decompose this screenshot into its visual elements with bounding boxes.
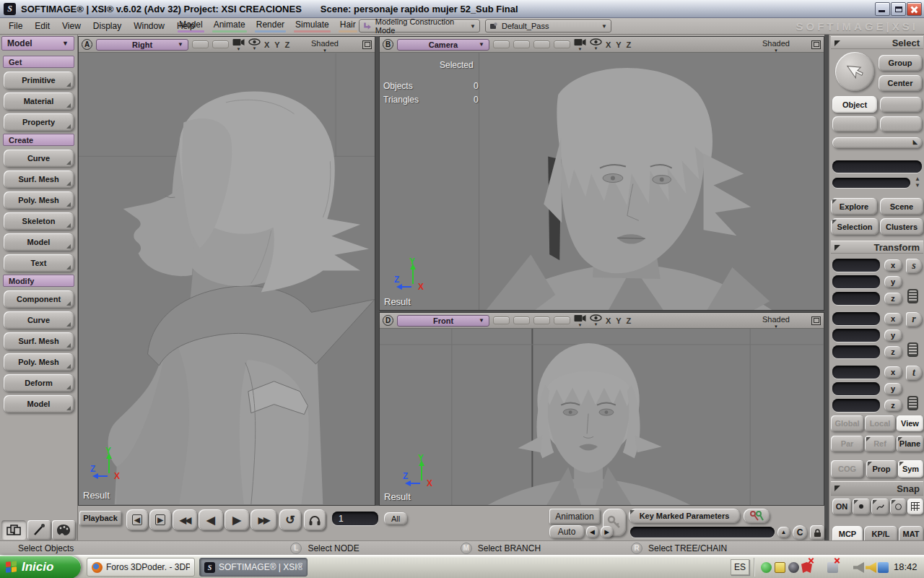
menu-module-animate[interactable]: Animate xyxy=(212,20,247,33)
translate-z-axis-button[interactable]: z xyxy=(884,400,902,411)
marked-parameter-keys-button[interactable] xyxy=(744,509,770,523)
scale-x-field[interactable] xyxy=(832,259,880,272)
viewport-b-resize-icon[interactable] xyxy=(811,40,821,49)
select-tool-button[interactable] xyxy=(1,520,26,540)
menu-module-render[interactable]: Render xyxy=(255,20,286,33)
center-button[interactable]: Center xyxy=(879,75,922,91)
plane-mode-button[interactable]: Plane xyxy=(897,436,923,452)
button-modify-poly-mesh[interactable]: Poly. Mesh xyxy=(4,353,74,371)
tray-volume-icon[interactable] xyxy=(866,562,876,573)
viewport-a-letter[interactable]: A xyxy=(82,39,92,50)
tray-display-icon[interactable] xyxy=(775,562,785,573)
viewport-a-resize-icon[interactable] xyxy=(362,40,372,49)
memo-cam-slot[interactable] xyxy=(493,316,510,324)
auto-key-button[interactable]: Auto xyxy=(549,525,584,538)
local-mode-button[interactable]: Local xyxy=(865,415,895,431)
restore-button[interactable] xyxy=(891,2,906,16)
translate-y-field[interactable] xyxy=(832,382,880,395)
menu-edit[interactable]: Edit xyxy=(33,21,51,31)
selection-spinner[interactable]: ▲▼ xyxy=(912,176,923,190)
visibility-menu[interactable]: ▼ xyxy=(590,38,602,51)
pass-dropdown[interactable]: Default_Pass ▼ xyxy=(485,20,611,33)
camera-menu[interactable]: ▼ xyxy=(574,314,586,327)
animation-divot-field[interactable] xyxy=(630,527,775,538)
button-skeleton[interactable]: Skeleton xyxy=(4,212,74,230)
menu-window[interactable]: Window xyxy=(132,21,166,31)
blank-filter-button[interactable] xyxy=(880,116,922,131)
rotate-y-axis-button[interactable]: y xyxy=(884,329,902,341)
menu-module-simulate[interactable]: Simulate xyxy=(294,20,331,33)
tab-kpl[interactable]: KP/L xyxy=(864,526,897,541)
button-modify-surf-mesh[interactable]: Surf. Mesh xyxy=(4,332,74,350)
group-button[interactable]: Group xyxy=(879,55,922,71)
axis-lock-buttons[interactable]: X Y Z xyxy=(606,316,632,325)
tweak-tool-button[interactable] xyxy=(27,520,51,540)
viewport-d-letter[interactable]: D xyxy=(383,315,393,326)
ref-mode-button[interactable]: Ref xyxy=(865,436,895,452)
button-modify-curve[interactable]: Curve xyxy=(4,311,74,329)
scale-y-axis-button[interactable]: y xyxy=(884,276,902,288)
viewport-a[interactable]: A Right▼ ▼ ▼ X Y Z Shaded▼ xyxy=(78,36,375,506)
button-create-model[interactable]: Model xyxy=(4,233,74,251)
lock-button[interactable] xyxy=(810,525,824,540)
menu-module-model[interactable]: Model xyxy=(178,20,204,33)
tray-wireless-icon[interactable] xyxy=(827,562,838,573)
viewport-a-display-dropdown[interactable]: Shaded▼ xyxy=(311,40,339,53)
viewport-b-display-dropdown[interactable]: Shaded▼ xyxy=(762,40,790,53)
button-create-curve[interactable]: Curve xyxy=(4,150,74,167)
prev-key-button[interactable]: ◀ xyxy=(586,526,598,538)
rotate-mode-button[interactable]: r xyxy=(906,312,922,327)
memo-cam-slot[interactable] xyxy=(192,40,209,48)
axis-lock-buttons[interactable]: X Y Z xyxy=(606,40,632,49)
tray-muted-speaker-icon[interactable] xyxy=(853,562,864,573)
playback-menu-button[interactable]: Playback xyxy=(79,511,121,525)
snap-grid-button[interactable] xyxy=(907,499,923,514)
scale-memo-icon[interactable] xyxy=(907,289,918,303)
viewport-d[interactable]: D Front▼ ▼ ▼ X Y Z Shaded▼ xyxy=(379,312,824,506)
clusters-button[interactable]: Clusters xyxy=(880,218,923,235)
viewport-b-letter[interactable]: B xyxy=(383,39,393,50)
visibility-menu[interactable]: ▼ xyxy=(248,38,261,51)
go-to-start-button[interactable]: ◀◀ xyxy=(173,509,197,530)
rotate-z-field[interactable] xyxy=(832,345,880,358)
selection-text-field[interactable] xyxy=(832,160,922,173)
translate-y-axis-button[interactable]: y xyxy=(884,383,902,394)
next-frame-button[interactable]: ▶ xyxy=(225,509,249,530)
par-mode-button[interactable]: Par xyxy=(831,436,863,452)
scale-z-field[interactable] xyxy=(832,292,880,305)
scale-z-axis-button[interactable]: z xyxy=(884,293,902,304)
memo-cam-slot[interactable] xyxy=(554,316,570,324)
taskbar-item-firefox[interactable]: Foros 3DPoder. - 3DP… xyxy=(87,558,195,577)
selection-button[interactable]: Selection xyxy=(831,218,879,235)
button-create-surf-mesh[interactable]: Surf. Mesh xyxy=(4,171,74,188)
previous-frame-button[interactable]: ◀ xyxy=(199,509,223,530)
object-filter-button[interactable]: Object xyxy=(832,96,877,113)
construction-level-label[interactable]: Result xyxy=(83,490,110,501)
filter-expand-button[interactable]: ◣ xyxy=(832,137,922,148)
language-indicator[interactable]: ES xyxy=(731,559,749,575)
button-create-poly-mesh[interactable]: Poly. Mesh xyxy=(4,191,74,209)
blank-filter-button[interactable] xyxy=(880,97,922,112)
scene-button[interactable]: Scene xyxy=(880,198,923,215)
menu-display[interactable]: Display xyxy=(92,21,123,31)
memo-cam-slot[interactable] xyxy=(533,316,550,324)
tray-globe-icon[interactable] xyxy=(761,562,772,573)
start-button[interactable]: Inicio xyxy=(0,556,81,578)
viewport-d-resize-icon[interactable] xyxy=(811,316,821,325)
memo-cam-slot[interactable] xyxy=(533,40,550,48)
button-deform[interactable]: Deform xyxy=(4,374,74,392)
tray-camera-icon[interactable] xyxy=(788,562,799,573)
rotate-z-axis-button[interactable]: z xyxy=(884,346,902,358)
close-button[interactable] xyxy=(907,2,922,16)
construction-level-label[interactable]: Result xyxy=(384,296,411,307)
explore-button[interactable]: Explore xyxy=(831,198,877,215)
tab-mat[interactable]: MAT xyxy=(899,526,923,541)
frame-step-forward-button[interactable]: ▶ xyxy=(149,509,171,530)
next-key-button[interactable]: ▶ xyxy=(601,526,613,538)
divot-up-button[interactable]: ▲ xyxy=(777,527,790,538)
audio-mute-button[interactable] xyxy=(304,509,326,530)
minimize-button[interactable] xyxy=(875,2,890,16)
tray-shield-icon[interactable] xyxy=(801,562,812,573)
button-property[interactable]: Property xyxy=(4,113,74,131)
animation-menu-button[interactable]: Animation xyxy=(549,509,600,524)
